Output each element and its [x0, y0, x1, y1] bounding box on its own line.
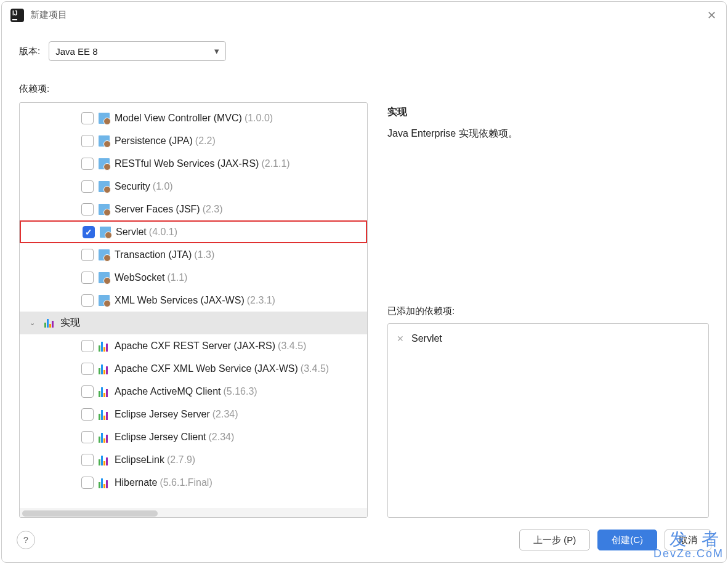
dependency-label: Transaction (JTA)	[115, 249, 192, 260]
implementation-icon	[99, 363, 110, 374]
dependency-checkbox[interactable]	[81, 158, 94, 170]
tree-group-header[interactable]: ⌄实现	[20, 312, 367, 334]
dependency-checkbox[interactable]	[81, 180, 94, 193]
added-dep-item[interactable]: ✕Servlet	[397, 330, 700, 347]
dependency-label: Model View Controller (MVC)	[115, 113, 242, 124]
dependency-version: (1.3)	[194, 249, 214, 260]
create-button[interactable]: 创建(C)	[597, 530, 657, 550]
specification-icon	[100, 227, 111, 238]
dependency-checkbox[interactable]	[81, 135, 94, 147]
added-deps-label: 已添加的依赖项:	[387, 305, 709, 317]
cancel-button[interactable]: 取消	[665, 530, 711, 550]
tree-item[interactable]: Security(1.0)	[20, 175, 367, 198]
dependency-version: (2.34)	[209, 432, 235, 443]
version-row: 版本: Java EE 8 ▾	[19, 41, 709, 61]
help-button[interactable]: ?	[17, 531, 35, 549]
specification-icon	[99, 135, 110, 147]
dependency-label: XML Web Services (JAX-WS)	[115, 295, 245, 306]
dependency-version: (5.16.3)	[224, 386, 257, 397]
dependency-checkbox[interactable]	[81, 363, 94, 375]
implementation-icon	[99, 340, 110, 352]
dependency-checkbox[interactable]	[83, 226, 95, 238]
dialog-footer: ? 上一步 (P) 创建(C) 取消	[2, 518, 726, 562]
added-deps-panel: ✕Servlet	[387, 323, 709, 518]
dependency-checkbox[interactable]	[81, 203, 94, 216]
tree-item[interactable]: Hibernate(5.6.1.Final)	[20, 471, 367, 494]
tree-item[interactable]: RESTful Web Services (JAX-RS)(2.1.1)	[20, 152, 367, 175]
specification-icon	[99, 295, 110, 306]
dependency-checkbox[interactable]	[81, 385, 94, 398]
implementation-icon	[99, 432, 110, 443]
version-select[interactable]: Java EE 8 ▾	[49, 41, 226, 61]
dependency-checkbox[interactable]	[81, 294, 94, 307]
dependency-checkbox[interactable]	[81, 249, 94, 261]
tree-item[interactable]: XML Web Services (JAX-WS)(2.3.1)	[20, 289, 367, 312]
dialog-title: 新建项目	[30, 9, 67, 21]
tree-item[interactable]: Apache CXF XML Web Service (JAX-WS)(3.4.…	[20, 357, 367, 380]
dependency-checkbox[interactable]	[81, 431, 94, 443]
dependency-version: (2.3)	[203, 204, 223, 215]
dialog-content: 版本: Java EE 8 ▾ 依赖项: Model View Controll…	[2, 29, 726, 518]
dependency-label: RESTful Web Services (JAX-RS)	[115, 158, 259, 169]
tree-item[interactable]: Apache ActiveMQ Client(5.16.3)	[20, 380, 367, 403]
remove-icon[interactable]: ✕	[397, 334, 404, 344]
dependency-version: (4.0.1)	[149, 227, 177, 238]
tree-item[interactable]: WebSocket(1.1)	[20, 266, 367, 289]
tree-item[interactable]: Eclipse Jersey Server(2.34)	[20, 403, 367, 425]
tree-scroll[interactable]: Model View Controller (MVC)(1.0.0)Persis…	[20, 103, 367, 509]
implementation-icon	[99, 386, 110, 397]
dependency-version: (1.0)	[153, 181, 173, 192]
detail-title: 实现	[387, 106, 709, 119]
dependency-label: Persistence (JPA)	[115, 135, 193, 147]
tree-item[interactable]: EclipseLink(2.7.9)	[20, 448, 367, 471]
dependencies-tree: Model View Controller (MVC)(1.0.0)Persis…	[19, 102, 368, 518]
dependency-version: (5.6.1.Final)	[160, 477, 212, 488]
specification-icon	[99, 158, 110, 169]
dependency-version: (2.2)	[195, 135, 216, 147]
dependencies-label: 依赖项:	[19, 83, 709, 95]
dependency-label: Server Faces (JSF)	[115, 204, 200, 215]
titlebar: 新建项目 ✕	[2, 2, 726, 29]
dependency-checkbox[interactable]	[81, 477, 94, 489]
implementation-icon	[99, 409, 110, 420]
dependency-checkbox[interactable]	[81, 272, 94, 284]
tree-item[interactable]: Servlet(4.0.1)	[20, 220, 367, 243]
tree-item[interactable]: Apache CXF REST Server (JAX-RS)(3.4.5)	[20, 334, 367, 357]
specification-icon	[99, 272, 110, 283]
close-icon[interactable]: ✕	[705, 9, 718, 22]
dependency-version: (2.34)	[212, 409, 238, 420]
dependency-version: (3.4.5)	[301, 363, 329, 374]
implementation-icon	[99, 454, 110, 465]
specification-icon	[99, 204, 110, 215]
implementation-icon	[99, 477, 110, 488]
version-value: Java EE 8	[55, 46, 97, 57]
dependency-label: Apache CXF REST Server (JAX-RS)	[115, 340, 275, 352]
tree-item[interactable]: Server Faces (JSF)(2.3)	[20, 198, 367, 220]
dependency-label: Apache ActiveMQ Client	[115, 386, 221, 397]
dependency-label: Security	[115, 181, 150, 192]
specification-icon	[99, 181, 110, 192]
specification-icon	[99, 113, 110, 124]
version-label: 版本:	[19, 46, 40, 57]
dependency-checkbox[interactable]	[81, 454, 94, 466]
implementations-group-icon	[44, 319, 55, 328]
back-button[interactable]: 上一步 (P)	[519, 530, 590, 550]
dependency-checkbox[interactable]	[81, 112, 94, 124]
new-project-dialog: 新建项目 ✕ 版本: Java EE 8 ▾ 依赖项: Model View C…	[1, 1, 727, 563]
chevron-down-icon: ⌄	[30, 319, 35, 327]
tree-item[interactable]: Eclipse Jersey Client(2.34)	[20, 425, 367, 448]
tree-item[interactable]: Transaction (JTA)(1.3)	[20, 243, 367, 266]
horizontal-scrollbar[interactable]	[20, 509, 367, 517]
dependency-checkbox[interactable]	[81, 408, 94, 421]
intellij-icon	[10, 9, 24, 22]
detail-column: 实现 Java Enterprise 实现依赖项。 已添加的依赖项: ✕Serv…	[387, 102, 709, 518]
dependency-checkbox[interactable]	[81, 340, 94, 352]
dependency-label: Servlet	[116, 227, 147, 238]
tree-item[interactable]: Persistence (JPA)(2.2)	[20, 129, 367, 152]
dependency-label: Eclipse Jersey Server	[115, 409, 210, 420]
detail-description: Java Enterprise 实现依赖项。	[387, 127, 709, 140]
dependency-version: (2.7.9)	[167, 454, 195, 465]
tree-item[interactable]: Model View Controller (MVC)(1.0.0)	[20, 107, 367, 129]
dependency-version: (1.1)	[168, 272, 188, 283]
dependency-version: (2.3.1)	[247, 295, 275, 306]
